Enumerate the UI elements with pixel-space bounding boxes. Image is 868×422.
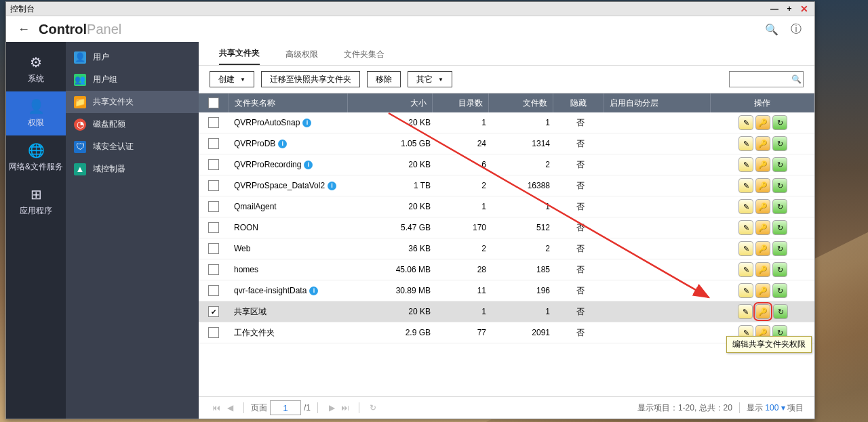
row-checkbox[interactable] <box>208 327 219 338</box>
row-checkbox[interactable] <box>208 159 219 170</box>
edit-button[interactable]: ✎ <box>738 220 753 235</box>
search-box[interactable]: 🔍 <box>729 71 804 87</box>
migrate-button[interactable]: 迁移至快照共享文件夹 <box>261 71 360 87</box>
tab-高级权限[interactable]: 高级权限 <box>285 43 318 65</box>
rail-item-网络&文件服务[interactable]: 🌐网络&文件服务 <box>6 135 66 180</box>
table-row[interactable]: qvr-face-insightDatai30.89 MB11196否✎🔑↻ <box>199 280 814 301</box>
edit-button[interactable]: ✎ <box>738 136 753 151</box>
rail-item-系统[interactable]: ⚙系统 <box>6 47 66 91</box>
other-button[interactable]: 其它▼ <box>408 71 452 87</box>
search-icon[interactable]: 🔍 <box>789 75 803 84</box>
rail-icon: 👤 <box>6 98 66 114</box>
refresh-button[interactable]: ↻ <box>772 136 787 151</box>
table-row[interactable]: homes45.06 MB28185否✎🔑↻ <box>199 259 814 280</box>
col-dirs[interactable]: 目录数 <box>433 93 489 112</box>
col-hide[interactable]: 隐藏 <box>553 93 604 112</box>
sidebar-item-共享文件夹[interactable]: 📁共享文件夹 <box>66 91 199 113</box>
close-button[interactable]: ✕ <box>798 3 810 15</box>
search-icon[interactable]: 🔍 <box>763 20 781 38</box>
row-checkbox[interactable] <box>208 117 219 128</box>
row-checkbox[interactable] <box>208 201 219 212</box>
page-size-select[interactable]: 100 ▾ <box>765 403 785 413</box>
refresh-button[interactable]: ↻ <box>772 262 787 277</box>
tab-共享文件夹[interactable]: 共享文件夹 <box>219 41 260 65</box>
edit-button[interactable]: ✎ <box>738 241 753 256</box>
row-checkbox[interactable] <box>208 285 219 296</box>
info-icon[interactable]: i <box>304 161 313 169</box>
remove-button[interactable]: 移除 <box>367 71 401 87</box>
sidebar-item-域控制器[interactable]: ▲域控制器 <box>66 158 199 180</box>
permissions-button[interactable]: 🔑 <box>755 157 770 172</box>
edit-button[interactable]: ✎ <box>738 199 753 214</box>
sidebar-item-用户组[interactable]: 👥用户组 <box>66 68 199 91</box>
col-name[interactable]: 文件夹名称 <box>229 93 348 112</box>
folder-name: QmailAgent <box>229 202 352 211</box>
refresh-button[interactable]: ↻ <box>772 157 787 172</box>
table-row[interactable]: QVRProRecordingi20 KB62否✎🔑↻ <box>199 154 814 175</box>
permissions-button[interactable]: 🔑 <box>755 283 770 298</box>
col-files[interactable]: 文件数 <box>489 93 553 112</box>
permissions-button[interactable]: 🔑 <box>755 136 770 151</box>
maximize-button[interactable]: + <box>783 3 795 15</box>
permissions-button[interactable]: 🔑 <box>755 199 770 214</box>
permissions-button[interactable]: 🔑 <box>755 241 770 256</box>
permissions-button[interactable]: 🔑 <box>755 304 770 319</box>
create-button[interactable]: 创建▼ <box>210 71 254 87</box>
table-row[interactable]: QVRProSpace_DataVol2i1 TB216388否✎🔑↻ <box>199 175 814 196</box>
permissions-button[interactable]: 🔑 <box>755 262 770 277</box>
info-icon[interactable]: i <box>302 119 311 127</box>
tab-文件夹集合[interactable]: 文件夹集合 <box>344 43 384 65</box>
next-page-button[interactable]: ▶ <box>325 403 338 413</box>
page-input[interactable] <box>270 400 301 415</box>
edit-button[interactable]: ✎ <box>738 304 753 319</box>
info-icon[interactable]: i <box>278 140 287 148</box>
col-size[interactable]: 大小 <box>348 93 433 112</box>
refresh-button[interactable]: ↻ <box>772 220 787 235</box>
search-input[interactable] <box>730 75 789 84</box>
edit-button[interactable]: ✎ <box>738 157 753 172</box>
sidebar-nav: 👤用户👥用户组📁共享文件夹◔磁盘配额🛡域安全认证▲域控制器 <box>66 42 199 419</box>
sidebar-item-域安全认证[interactable]: 🛡域安全认证 <box>66 135 199 158</box>
table-row[interactable]: QVRProAutoSnapi20 KB11否✎🔑↻ <box>199 112 814 133</box>
rail-item-应用程序[interactable]: ⊞应用程序 <box>6 180 66 224</box>
refresh-button[interactable]: ↻ <box>773 304 788 319</box>
table-row[interactable]: ✔共享区域20 KB11否✎🔑↻ <box>199 301 814 322</box>
refresh-button[interactable]: ↻ <box>366 403 380 413</box>
prev-page-button[interactable]: ◀ <box>223 403 237 413</box>
sidebar-item-用户[interactable]: 👤用户 <box>66 46 199 68</box>
select-all-checkbox[interactable] <box>208 98 219 108</box>
permissions-button[interactable]: 🔑 <box>755 115 770 130</box>
table-row[interactable]: QmailAgent20 KB11否✎🔑↻ <box>199 196 814 217</box>
first-page-button[interactable]: ⏮ <box>210 403 223 413</box>
row-checkbox[interactable] <box>208 222 219 233</box>
info-icon[interactable]: i <box>328 182 336 190</box>
help-icon[interactable]: ⓘ <box>787 20 805 38</box>
table-row[interactable]: 工作文件夹2.9 GB772091否✎🔑↻ <box>199 322 814 343</box>
rail-item-权限[interactable]: 👤权限 <box>6 91 66 135</box>
edit-button[interactable]: ✎ <box>738 262 753 277</box>
edit-button[interactable]: ✎ <box>738 283 753 298</box>
row-checkbox[interactable] <box>208 243 219 254</box>
back-button[interactable]: ← <box>16 21 32 37</box>
refresh-button[interactable]: ↻ <box>772 178 787 193</box>
refresh-button[interactable]: ↻ <box>772 283 787 298</box>
refresh-button[interactable]: ↻ <box>772 199 787 214</box>
table-row[interactable]: QVRProDBi1.05 GB241314否✎🔑↻ <box>199 133 814 154</box>
table-row[interactable]: Web36 KB22否✎🔑↻ <box>199 238 814 259</box>
row-checkbox[interactable] <box>208 264 219 275</box>
refresh-button[interactable]: ↻ <box>772 241 787 256</box>
info-icon[interactable]: i <box>309 287 318 295</box>
table-row[interactable]: ROON5.47 GB170512否✎🔑↻ <box>199 217 814 238</box>
last-page-button[interactable]: ⏭ <box>338 403 352 413</box>
row-checkbox[interactable] <box>208 180 219 191</box>
row-checkbox[interactable]: ✔ <box>208 306 219 317</box>
sidebar-item-磁盘配额[interactable]: ◔磁盘配额 <box>66 113 199 135</box>
row-checkbox[interactable] <box>208 138 219 149</box>
edit-button[interactable]: ✎ <box>738 178 753 193</box>
col-tier[interactable]: 启用自动分层 <box>604 93 711 112</box>
refresh-button[interactable]: ↻ <box>772 115 787 130</box>
edit-button[interactable]: ✎ <box>738 115 753 130</box>
permissions-button[interactable]: 🔑 <box>755 220 770 235</box>
minimize-button[interactable]: — <box>768 3 781 15</box>
permissions-button[interactable]: 🔑 <box>755 178 770 193</box>
